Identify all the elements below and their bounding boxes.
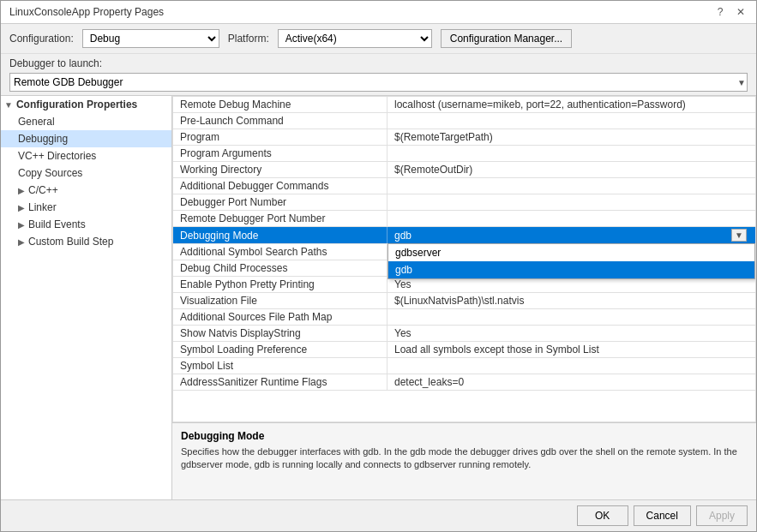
sidebar-item-label: Build Events — [28, 218, 86, 230]
table-row[interactable]: Symbol List — [173, 358, 755, 374]
title-bar-controls: ? ✕ — [713, 6, 748, 18]
description-title: Debugging Mode — [181, 430, 748, 442]
help-button[interactable]: ? — [713, 6, 727, 18]
expand-icon: ▶ — [18, 186, 25, 195]
table-row[interactable]: Pre-Launch Command — [173, 113, 755, 129]
prop-value: localhost (username=mikeb, port=22, auth… — [388, 97, 755, 112]
prop-value: detect_leaks=0 — [388, 374, 755, 390]
prop-value: $(LinuxNatvisPath)\stl.natvis — [388, 293, 755, 308]
debugger-launch-label: Debugger to launch: — [9, 57, 102, 69]
sidebar: ▼Configuration PropertiesGeneralDebuggin… — [1, 96, 172, 499]
prop-value-text: gdb — [394, 230, 412, 242]
dropdown-toggle-icon[interactable]: ▼ — [731, 229, 747, 242]
table-row[interactable]: AddressSanitizer Runtime Flagsdetect_lea… — [173, 374, 755, 391]
dropdown-overlay: gdbservergdb — [388, 243, 755, 279]
prop-value: Load all symbols except those in Symbol … — [388, 342, 755, 357]
table-row[interactable]: Program Arguments — [173, 146, 755, 162]
prop-value — [388, 309, 755, 325]
expand-icon: ▼ — [4, 100, 13, 110]
prop-name: Debug Child Processes — [173, 260, 388, 276]
dropdown-option-gdbserver[interactable]: gdbserver — [388, 244, 754, 261]
prop-name: Pre-Launch Command — [173, 113, 388, 129]
prop-name: Remote Debugger Port Number — [173, 211, 388, 226]
sidebar-item-configuration-properties[interactable]: ▼Configuration Properties — [1, 96, 171, 113]
prop-value: $(RemoteOutDir) — [388, 162, 755, 177]
prop-name: Enable Python Pretty Printing — [173, 277, 388, 292]
window-title: LinuxConsoleApp Property Pages — [9, 6, 164, 18]
prop-value — [388, 211, 755, 226]
prop-name: Remote Debug Machine — [173, 97, 388, 112]
prop-value: $(RemoteTargetPath) — [388, 129, 755, 145]
prop-name: Visualization File — [173, 293, 388, 308]
table-row[interactable]: Debugger Port Number — [173, 194, 755, 211]
apply-button[interactable]: Apply — [696, 505, 748, 526]
expand-icon: ▶ — [18, 203, 25, 212]
footer: OK Cancel Apply — [1, 499, 756, 531]
title-bar: LinuxConsoleApp Property Pages ? ✕ — [1, 1, 756, 24]
table-row[interactable]: Visualization File$(LinuxNatvisPath)\stl… — [173, 293, 755, 309]
prop-value: Yes — [388, 326, 755, 341]
table-row[interactable]: Remote Debugger Port Number — [173, 211, 755, 227]
prop-name: Symbol Loading Preference — [173, 342, 388, 357]
sidebar-item-c-cpp[interactable]: ▶C/C++ — [1, 182, 171, 199]
configuration-row: Configuration: Debug Platform: Active(x6… — [1, 24, 756, 54]
expand-icon: ▶ — [18, 237, 25, 247]
prop-value — [388, 358, 755, 374]
prop-name: Additional Symbol Search Paths — [173, 244, 388, 260]
prop-value[interactable]: gdb▼ — [388, 227, 755, 243]
sidebar-item-label: Linker — [28, 201, 57, 213]
platform-select[interactable]: Active(x64) — [278, 29, 432, 48]
sidebar-item-general[interactable]: General — [1, 113, 171, 130]
table-row[interactable]: Additional Debugger Commands — [173, 178, 755, 194]
sidebar-item-label: Debugging — [18, 133, 68, 145]
sidebar-item-vc-directories[interactable]: VC++ Directories — [1, 147, 171, 164]
sidebar-item-label: Configuration Properties — [16, 99, 137, 111]
sidebar-item-label: Custom Build Step — [28, 236, 113, 248]
prop-name: Program Arguments — [173, 146, 388, 161]
configuration-label: Configuration: — [9, 33, 74, 45]
prop-value — [388, 113, 755, 129]
right-panel: Remote Debug Machinelocalhost (username=… — [172, 96, 756, 499]
dropdown-option-gdb[interactable]: gdb — [388, 261, 754, 278]
description-text: Specifies how the debugger interfaces wi… — [181, 445, 748, 472]
prop-name: Symbol List — [173, 358, 388, 374]
table-row[interactable]: Additional Sources File Path Map — [173, 309, 755, 326]
description-panel: Debugging Mode Specifies how the debugge… — [172, 422, 756, 499]
main-window: LinuxConsoleApp Property Pages ? ✕ Confi… — [0, 0, 757, 532]
properties-table: Remote Debug Machinelocalhost (username=… — [172, 96, 756, 422]
prop-name: AddressSanitizer Runtime Flags — [173, 374, 388, 390]
prop-value — [388, 194, 755, 210]
sidebar-item-custom-build-step[interactable]: ▶Custom Build Step — [1, 233, 171, 250]
sidebar-item-linker[interactable]: ▶Linker — [1, 199, 171, 216]
close-button[interactable]: ✕ — [734, 6, 748, 18]
prop-name: Working Directory — [173, 162, 388, 177]
configuration-manager-button[interactable]: Configuration Manager... — [441, 29, 572, 48]
prop-name: Debugger Port Number — [173, 194, 388, 210]
prop-name: Debugging Mode — [173, 227, 388, 243]
sidebar-item-label: C/C++ — [28, 184, 58, 196]
table-row[interactable]: Symbol Loading PreferenceLoad all symbol… — [173, 342, 755, 358]
sidebar-item-label: VC++ Directories — [18, 150, 96, 162]
ok-button[interactable]: OK — [577, 505, 628, 526]
table-row[interactable]: Remote Debug Machinelocalhost (username=… — [173, 97, 755, 113]
debugger-launch-row: Debugger to launch: — [1, 54, 756, 73]
configuration-select[interactable]: Debug — [82, 29, 219, 48]
prop-name: Additional Sources File Path Map — [173, 309, 388, 325]
prop-value — [388, 178, 755, 194]
table-row[interactable]: Working Directory$(RemoteOutDir) — [173, 162, 755, 178]
table-row[interactable]: Program$(RemoteTargetPath) — [173, 129, 755, 146]
prop-name: Additional Debugger Commands — [173, 178, 388, 194]
platform-label: Platform: — [228, 33, 269, 45]
sidebar-item-build-events[interactable]: ▶Build Events — [1, 216, 171, 233]
sidebar-item-copy-sources[interactable]: Copy Sources — [1, 164, 171, 182]
sidebar-item-debugging[interactable]: Debugging — [1, 130, 171, 147]
table-row[interactable]: Show Natvis DisplayStringYes — [173, 326, 755, 342]
debugger-select-container: Remote GDB Debugger ▼ — [9, 73, 748, 92]
main-content: ▼Configuration PropertiesGeneralDebuggin… — [1, 95, 756, 499]
prop-name: Show Natvis DisplayString — [173, 326, 388, 341]
debugger-select[interactable]: Remote GDB Debugger — [9, 73, 748, 92]
expand-icon: ▶ — [18, 220, 25, 230]
table-row[interactable]: Debugging Modegdb▼ — [173, 227, 755, 244]
cancel-button[interactable]: Cancel — [634, 505, 691, 526]
sidebar-item-label: Copy Sources — [18, 167, 82, 179]
